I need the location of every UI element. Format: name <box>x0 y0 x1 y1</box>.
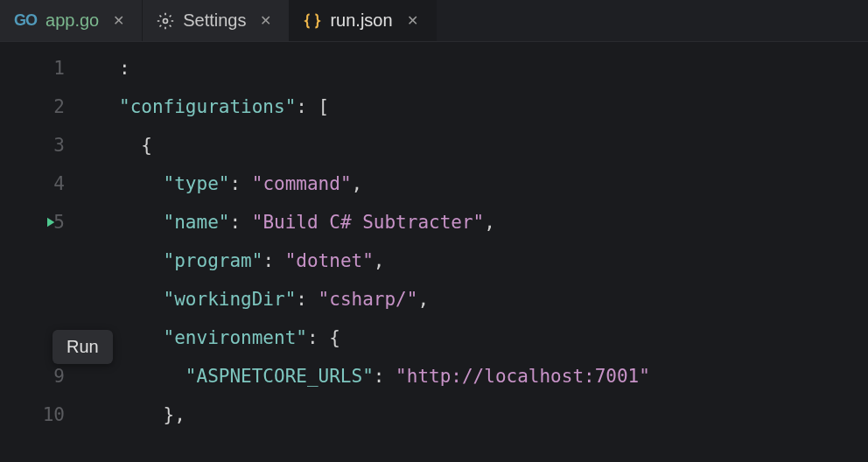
close-icon[interactable]: ✕ <box>256 10 275 31</box>
line-number: 4 <box>0 164 77 203</box>
code-line: { <box>119 126 868 164</box>
line-number: 1 <box>0 49 77 88</box>
code-line: "ASPNETCORE_URLS": "http://localhost:700… <box>119 357 868 396</box>
tab-label: app.go <box>46 10 99 31</box>
code-line: "workingDir": "csharp/", <box>119 280 868 318</box>
code-line: "environment": { <box>119 318 868 357</box>
run-tooltip: Run <box>52 330 113 364</box>
code-line: "configurations": [ <box>119 88 868 126</box>
line-number <box>0 280 77 318</box>
close-icon[interactable]: ✕ <box>403 10 422 31</box>
gear-icon <box>157 12 174 30</box>
code-content[interactable]: : "configurations": [ { "type": "command… <box>77 49 868 434</box>
code-line: "program": "dotnet", <box>119 242 868 280</box>
editor-area[interactable]: 1 2 3 4 5 8 9 10 : "configurations": [ {… <box>0 42 868 434</box>
line-number: 3 <box>0 126 77 164</box>
json-file-icon <box>304 12 321 30</box>
code-line: : <box>119 49 868 88</box>
line-number <box>0 242 77 280</box>
tab-bar: GO app.go ✕ Settings ✕ run.json ✕ <box>0 0 868 42</box>
tab-label: run.json <box>330 10 392 31</box>
line-number: 10 <box>0 396 77 434</box>
line-number: 5 <box>0 203 77 242</box>
tab-run-json[interactable]: run.json ✕ <box>290 0 436 41</box>
tab-app-go[interactable]: GO app.go ✕ <box>0 0 143 41</box>
tab-label: Settings <box>183 10 246 31</box>
line-number-gutter: 1 2 3 4 5 8 9 10 <box>0 49 77 434</box>
code-line: }, <box>119 396 868 434</box>
code-line: "type": "command", <box>119 164 868 203</box>
line-number: 2 <box>0 88 77 126</box>
code-line: "name": "Build C# Subtracter", <box>119 203 868 242</box>
svg-point-0 <box>164 18 168 23</box>
run-gutter-glyph[interactable] <box>42 203 58 242</box>
close-icon[interactable]: ✕ <box>109 10 128 31</box>
tab-settings[interactable]: Settings ✕ <box>143 0 290 41</box>
go-file-icon: GO <box>14 11 37 30</box>
